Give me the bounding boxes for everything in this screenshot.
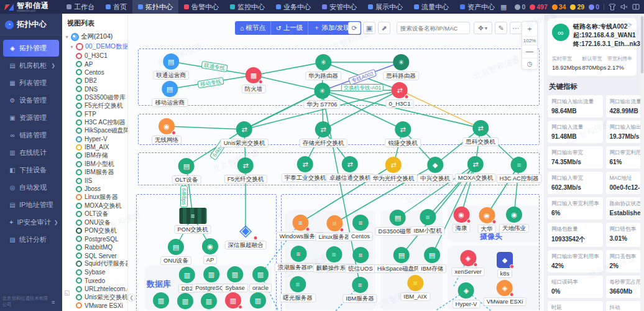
history-clock-icon[interactable]: ◷ [522, 58, 537, 69]
tree-selected-item[interactable]: ▼ 00_DEMO数据展示(13 [62, 42, 127, 52]
view-list-item-VMware ESXi[interactable]: VMware ESXi [76, 302, 127, 310]
root-node-button[interactable]: ⌂根节点 [235, 21, 271, 35]
view-list-item-MOXA交换机[interactable]: MOXA交换机 [76, 202, 127, 210]
alarm-count-3[interactable]: 34 [552, 3, 566, 11]
zoom-in-button[interactable]: ＋ [522, 22, 537, 37]
view-list-item-IBM服务器[interactable]: IBM服务器 [76, 168, 127, 176]
node-oracle[interactable]: ▥oracle [249, 266, 272, 292]
node-OLT设备[interactable]: ▤OLT设备 [172, 158, 201, 184]
sidebar-item-在线统计[interactable]: ▥在线统计 [3, 144, 59, 161]
theme-skin-icon[interactable] [609, 2, 616, 11]
view-list-item-H3C AC控制器[interactable]: H3C AC控制器 [76, 118, 127, 126]
view-list-item-DS3500磁带库[interactable]: DS3500磁带库 [76, 93, 127, 101]
panel-collapse-handle[interactable]: ❮ [127, 294, 136, 302]
sidebar-collapse-icon[interactable]: ≡ [52, 299, 55, 305]
node-0_H3C1[interactable]: ⇄0_H3C1 [386, 82, 414, 108]
node-大华[interactable]: ◉大华 [478, 207, 496, 233]
more-button[interactable]: ⋯ [510, 22, 522, 34]
refresh-icon[interactable]: ⟳ [627, 22, 632, 29]
view-list-item-URLzhtelecom.com[interactable]: URLzhtelecom.com [76, 285, 127, 293]
node-华为路由器[interactable]: ✳华为路由器 [305, 54, 341, 80]
node-思科交换机[interactable]: ⇄思科交换机 [462, 120, 499, 146]
scrollbar-thumb[interactable] [641, 16, 643, 73]
node-锐捷交换机[interactable]: ⇄锐捷交换机 [385, 121, 421, 147]
node-卓越信通交换机[interactable]: ⇄卓越信通交换机 [326, 156, 374, 182]
node-AP[interactable]: ◉AP [202, 238, 218, 264]
node-移动运营商[interactable]: ▤移动运营商 [152, 81, 188, 107]
node-IBM小型机[interactable]: ≡IBM小型机 [410, 209, 444, 235]
nav-menu-9[interactable]: 流量中心 [408, 0, 454, 14]
nav-menu-4[interactable]: 告警中心 [178, 0, 224, 14]
node-天地伟业[interactable]: ◉天地伟业 [499, 207, 529, 233]
node-device[interactable]: ▥ [225, 292, 241, 309]
node-深信服超融合[interactable]: ◈深信服超融合 [225, 221, 267, 249]
sidebar-item-下挂设备[interactable]: ◧下挂设备 [3, 162, 59, 179]
view-list-item-FTP[interactable]: FTP [76, 110, 127, 118]
node-ONU设备[interactable]: ▤ONU设备 [160, 239, 191, 265]
view-list-item-Unis紫光交换机[interactable]: Unis紫光交换机 [76, 293, 127, 301]
sidebar-item-IP安全审计[interactable]: ✦IP安全审计❯ [3, 214, 59, 231]
node-统信UOS[interactable]: ≡统信UOS [345, 247, 376, 273]
topology-graph[interactable]: 数据库摄像头联通专线移动专线交换机专线-A01专线A00264kbps64kbp… [128, 14, 544, 311]
node-无线网络[interactable]: ◉无线网络 [152, 118, 182, 144]
alarm-count-5[interactable]: 0 [589, 3, 599, 11]
topology-canvas[interactable]: ⌂根节点 ↺上一级 ＋添加/发现▼ ⟳ ▣ ⬈ ❖ ▼ ✎ ⋯ 数据库摄像头联通… [128, 14, 544, 311]
view-list-item-AP[interactable]: AP [76, 60, 127, 68]
node-IBM存储[interactable]: ▤IBM存储 [418, 247, 446, 273]
mute-speaker-icon[interactable] [620, 2, 628, 11]
view-list-item-F5光纤交换机[interactable]: F5光纤交换机 [76, 101, 127, 109]
view-list-item-Sybase[interactable]: Sybase [76, 268, 127, 276]
nav-menu-5[interactable]: 监控中心 [224, 0, 270, 14]
nav-menu-6[interactable]: 业务中心 [270, 0, 316, 14]
view-list-item-PON交换机[interactable]: PON交换机 [76, 226, 127, 234]
node-曙光服务器[interactable]: ≡曙光服务器 [280, 276, 316, 302]
sidebar-item-机房机柜[interactable]: ▤机房机柜❯ [3, 57, 59, 74]
node-device[interactable]: ▥ [177, 293, 193, 309]
layout-columns-icon[interactable] [632, 2, 640, 11]
node-Hyper-V[interactable]: ◈Hyper-V [453, 282, 481, 309]
sidebar-item-资源管理[interactable]: ▣资源管理 [3, 109, 59, 126]
node-防火墙[interactable]: ▦防火墙 [242, 67, 266, 93]
view-list-item-ONU设备[interactable]: ONU设备 [76, 218, 127, 226]
alarm-count-2[interactable]: 497 [530, 3, 548, 11]
view-list-item-IBM存储[interactable]: IBM存储 [76, 152, 127, 160]
node-存储光纤交换机[interactable]: ⇄存储光纤交换机 [300, 121, 347, 147]
sidebar-item-列表管理[interactable]: ▦列表管理 [3, 75, 59, 91]
sidebar-item-设备管理[interactable]: ⚙设备管理 [3, 92, 59, 109]
layout-mode-button[interactable]: ❖ ▼ [474, 22, 492, 34]
up-level-button[interactable]: ↺上一级 [271, 21, 308, 35]
node-VMware ESXi[interactable]: ◈VMware ESXi [484, 280, 527, 306]
edge-label[interactable]: 64kbps [180, 185, 188, 207]
node-k8s[interactable]: ◆k8s [497, 252, 513, 278]
view-list-item-DNS[interactable]: DNS [76, 85, 127, 93]
node-device[interactable]: ▥ [153, 292, 169, 309]
node-PON交换机[interactable]: ≡PON交换机 [174, 208, 211, 234]
view-list-item-IIS[interactable]: IIS [76, 177, 127, 185]
vertical-scrollbar[interactable] [640, 14, 644, 311]
view-list-item-0_H3C1[interactable]: 0_H3C1 [76, 52, 127, 60]
node-华为 S7706[interactable]: ✳华为 S7706 [303, 83, 340, 109]
search-input[interactable] [397, 22, 470, 34]
view-list-item-IBM_AIX[interactable]: IBM_AIX [76, 143, 127, 151]
sidebar-item-自动发现[interactable]: ◎自动发现 [3, 179, 59, 196]
nav-menu-3[interactable]: 拓扑中心 [132, 0, 178, 14]
save-button[interactable]: ▣ [363, 22, 375, 34]
node-思科路由器[interactable]: ✳思科路由器 [383, 54, 419, 80]
view-list-item-PostgreSQL[interactable]: PostgreSQL [76, 235, 127, 243]
view-list-item-SQL Server[interactable]: SQL Server [76, 251, 127, 259]
node-device[interactable]: ▥ [250, 292, 266, 309]
node-Unis紫光交换机[interactable]: ⇄Unis紫光交换机 [221, 121, 269, 147]
view-list-item-Squid代理服务器[interactable]: Squid代理服务器 [76, 260, 127, 268]
tree-expand-icon[interactable]: ▼ [65, 35, 69, 39]
node-device[interactable]: ▥ [201, 293, 217, 309]
zoom-out-button[interactable]: — [522, 45, 537, 58]
tree-root-item[interactable]: ▼ 全网(2104) [62, 32, 127, 42]
nav-menu-8[interactable]: 展示中心 [362, 0, 408, 14]
node-中兴交换机[interactable]: ◆中兴交换机 [417, 157, 453, 183]
export-button[interactable]: ⬈ [378, 22, 390, 34]
view-list-item-Centos[interactable]: Centos [76, 68, 127, 77]
node-海康[interactable]: ◉海康 [453, 207, 471, 233]
tree-expand-icon[interactable]: ▼ [70, 45, 74, 49]
node-xenServer[interactable]: ◈xenServer [451, 250, 484, 276]
sidebar-item-统计分析[interactable]: ▨统计分析 [3, 231, 59, 248]
